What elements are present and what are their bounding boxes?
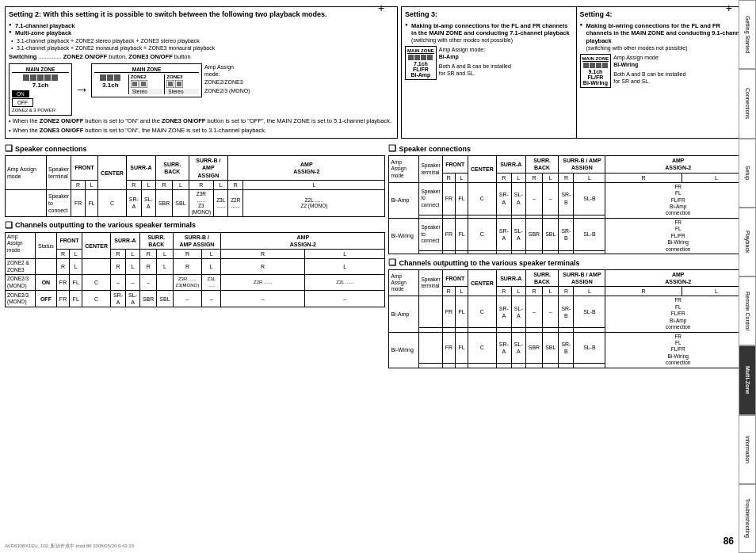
setting2-title: Setting 2: With this setting it is possi… [9,10,394,20]
zone3-speaker-icon [166,80,174,88]
speaker-icon [52,74,58,81]
speaker-icon [30,74,36,81]
top-right-crosshair: + [726,2,732,14]
svg-rect-11 [141,82,146,86]
main-zone-diagram-1: MAIN ZONE 7.1ch ON OFF [9,63,72,116]
speaker-conn-right-table: Amp Assignmode Speakerterminal FRONT CEN… [388,155,751,254]
nav-tabs: Getting Started Connections Setup Playba… [739,0,756,553]
svg-rect-3 [44,74,51,81]
speaker-icon [408,55,414,60]
svg-rect-18 [421,55,426,60]
tab-information[interactable]: Information [739,415,756,484]
svg-rect-13 [168,82,173,86]
setting3-box: Setting 3: Making bi-amp connections for… [401,6,575,139]
speaker-terminal-header: Speaker terminal [47,156,71,189]
mode-multizone: Multi-zone playback [9,29,394,37]
setting3-bullet: Making bi-amp connections for the FL and… [405,22,572,38]
svg-rect-15 [177,82,181,86]
svg-rect-9 [132,82,137,86]
speaker-icon [37,74,44,81]
channels-header-right: ❑ Channels outputting to the various spe… [388,257,751,268]
speaker-icon [107,74,113,81]
zone2-speaker-icon [139,80,147,88]
speaker-conn-right-header: ❑ Speaker connections [388,143,751,154]
speaker-icon [414,55,420,60]
svg-rect-20 [583,63,589,68]
svg-rect-21 [590,63,595,68]
setting2-diagram: MAIN ZONE 7.1ch ON OFF [9,63,394,116]
channels-header-left: ❑ Channels outputting to the various spe… [5,220,385,231]
tab-getting-started[interactable]: Getting Started [739,0,756,69]
tab-connections[interactable]: Connections [739,69,756,138]
amp-assign-mode-header: AmpAssign mode [6,232,36,258]
print-info: AVR630BX1EU_100_配信作成中.indd 86 2008/05/26… [5,543,134,550]
speaker-icon [23,74,29,81]
amp-assign-note: Amp Assign mode: ZONE2/ZONE3 ZONE2/3 (MO… [204,63,250,93]
svg-rect-2 [37,74,44,81]
main-zone-diagram-2: MAIN ZONE 3.1ch [91,63,202,97]
bullet-2: 3.1-channel playback + ZONE2 monaural pl… [9,44,394,51]
setting4-box: Setting 4: Making bi-wiring connections … [576,6,751,139]
bullet-1: 3.1-channel playback + ZONE2 stereo play… [9,37,394,44]
setting4-diagram: MAIN ZONE 9.1ch FL/FR Bi-Wiring [580,54,747,88]
setting2-box: Setting 2: With this setting it is possi… [5,6,398,139]
speaker-conn-table: Amp Assign mode Speaker terminal FRONT C… [5,155,385,217]
right-tables: ❑ Speaker connections [388,143,751,368]
speaker-icon [427,55,433,60]
svg-rect-16 [408,55,414,60]
speaker-icon [583,63,589,68]
switching-text: Switching .............. ZONE2 ON/OFF bu… [9,53,394,60]
speaker-icon [421,55,426,60]
arrow-icon: → [74,82,89,97]
zone3-speaker-icon [175,80,183,88]
tab-troubleshooting[interactable]: Troubleshooting [739,484,756,553]
speaker-icon [602,63,608,68]
mode-7ch: 7.1-channel playback [9,22,394,30]
svg-rect-6 [107,74,113,81]
svg-rect-1 [30,74,36,81]
speaker-icon [44,74,51,81]
svg-rect-7 [114,74,120,81]
channels-table-right: AmpAssign mode Speakerterminal FRONT CEN… [388,269,751,368]
right-settings: Setting 3: Making bi-amp connections for… [401,6,751,139]
svg-rect-4 [52,74,58,81]
speaker-icon [590,63,595,68]
svg-rect-5 [100,74,106,81]
svg-rect-23 [602,63,608,68]
speaker-icon [596,63,601,68]
setting2-notes: • When the ZONE2 ON/OFF button is set to… [9,117,394,135]
svg-rect-19 [427,55,433,60]
zone2-speaker-icon [131,80,139,88]
tab-playback[interactable]: Playback [739,208,756,276]
page-number: 86 [724,536,734,547]
tab-multi-zone[interactable]: Multi-Zone [739,345,756,414]
svg-rect-22 [596,63,601,68]
channels-table-left: AmpAssign mode Status FRONT CENTER SURR-… [5,232,385,307]
setting4-bullet: Making bi-wiring connections for the FL … [580,22,747,45]
speaker-conn-header: ❑ Speaker connections [5,143,385,154]
tab-setup[interactable]: Setup [739,139,756,208]
speaker-icon [114,74,120,81]
setting3-diagram: MAIN ZONE 7.1ch FL/FR Bi-Amp [405,46,572,80]
tab-remote-control[interactable]: Remote Control [739,276,756,345]
speaker-icon [100,74,106,81]
svg-rect-0 [23,74,29,81]
amp-assign-header: Amp Assign mode [6,156,47,189]
left-tables: ❑ Speaker connections [5,143,385,368]
svg-rect-17 [414,55,420,60]
